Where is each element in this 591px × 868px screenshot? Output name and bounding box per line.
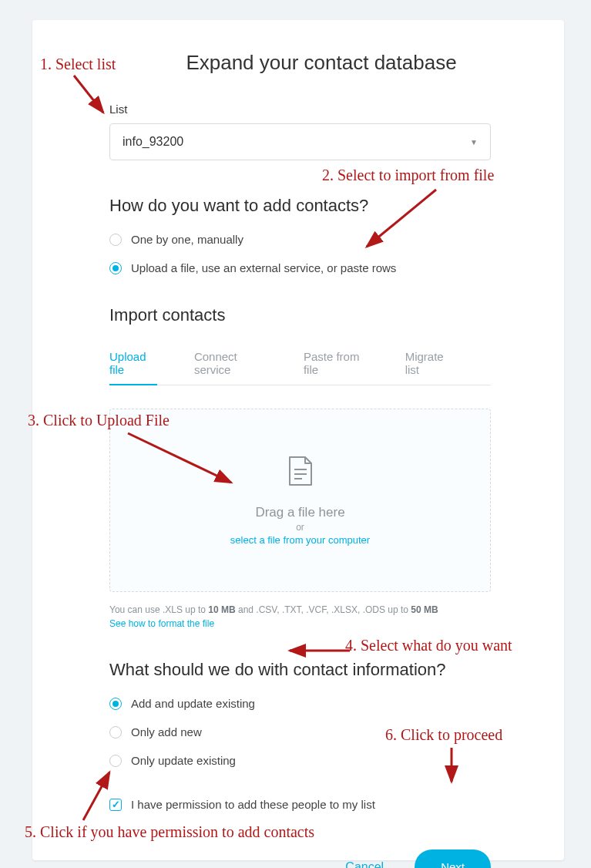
annotation-6: 6. Click to proceed: [385, 726, 502, 744]
arrow-icon: [285, 641, 354, 661]
radio-upload-file-option[interactable]: Upload a file, use an external service, …: [109, 261, 518, 274]
chevron-down-icon: ▼: [470, 138, 478, 146]
or-text: or: [296, 522, 304, 533]
radio-icon: [109, 234, 122, 246]
radio-label: Add and update existing: [131, 697, 255, 710]
import-tabs: Upload file Connect service Paste from f…: [109, 342, 491, 385]
cancel-button[interactable]: Cancel: [345, 860, 384, 869]
arrow-icon: [71, 72, 111, 119]
file-help-text: You can use .XLS up to 10 MB and .CSV, .…: [109, 603, 491, 617]
radio-icon-selected: [109, 262, 122, 274]
arrow-icon: [442, 745, 462, 788]
list-select[interactable]: info_93200 ▼: [109, 123, 491, 160]
arrow-icon: [123, 429, 239, 490]
annotation-5: 5. Click if you have permission to add c…: [25, 823, 314, 841]
annotation-3: 3. Click to Upload File: [28, 412, 170, 429]
annotation-1: 1. Select list: [40, 56, 116, 73]
annotation-2: 2. Select to import from file: [322, 167, 494, 184]
arrow-icon: [359, 185, 444, 254]
radio-label: Only update existing: [131, 754, 236, 767]
import-heading: Import contacts: [109, 305, 518, 325]
radio-add-update[interactable]: Add and update existing: [109, 697, 518, 710]
next-button[interactable]: Next: [415, 849, 491, 868]
svg-line-7: [83, 772, 109, 820]
radio-icon-selected: [109, 698, 122, 710]
file-icon: [288, 456, 313, 486]
svg-line-4: [367, 190, 436, 247]
radio-label: Only add new: [131, 725, 202, 738]
tab-upload-file[interactable]: Upload file: [109, 342, 157, 385]
radio-label: One by one, manually: [131, 233, 243, 246]
svg-line-5: [128, 433, 231, 483]
radio-label: Upload a file, use an external service, …: [131, 261, 396, 274]
radio-manually[interactable]: One by one, manually: [109, 233, 518, 246]
checkbox-label: I have permission to add these people to…: [131, 798, 375, 811]
tab-paste-from-file[interactable]: Paste from file: [304, 342, 368, 385]
tab-connect-service[interactable]: Connect service: [194, 342, 267, 385]
radio-icon: [109, 726, 122, 738]
annotation-4: 4. Select what do you want: [345, 637, 512, 654]
tab-migrate-list[interactable]: Migrate list: [405, 342, 454, 385]
radio-icon: [109, 755, 122, 767]
permission-checkbox[interactable]: I have permission to add these people to…: [109, 798, 518, 811]
arrow-icon: [74, 766, 120, 825]
add-method-heading: How do you want to add contacts?: [109, 196, 518, 216]
select-file-link[interactable]: select a file from your computer: [230, 534, 370, 546]
contact-action-heading: What should we do with contact informati…: [109, 660, 518, 680]
page-title: Expand your contact database: [79, 51, 564, 75]
drag-text: Drag a file here: [255, 505, 344, 520]
svg-line-3: [74, 76, 103, 113]
list-label: List: [109, 103, 518, 116]
list-select-value: info_93200: [123, 135, 183, 149]
format-help-link[interactable]: See how to format the file: [109, 618, 518, 629]
